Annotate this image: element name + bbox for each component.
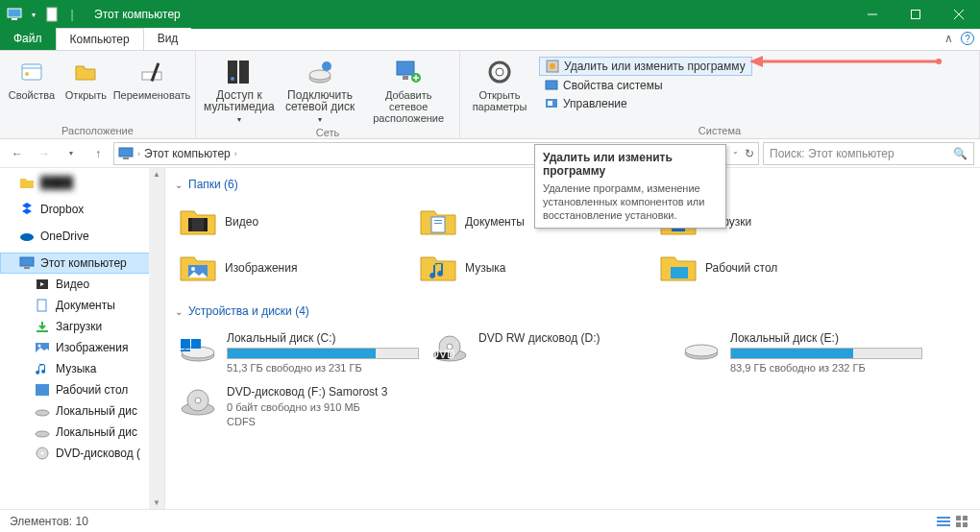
svg-rect-37 bbox=[37, 300, 46, 311]
sidebar-item-label: Документы bbox=[56, 299, 115, 312]
folder-videos[interactable]: Видео bbox=[175, 199, 415, 245]
open-button[interactable]: Открыть bbox=[63, 55, 109, 124]
svg-rect-2 bbox=[47, 8, 57, 21]
svg-rect-47 bbox=[188, 218, 192, 231]
tab-view[interactable]: Вид bbox=[144, 28, 192, 50]
svg-rect-4 bbox=[911, 11, 919, 19]
nav-forward-button[interactable]: → bbox=[33, 142, 56, 165]
drive-dvd-d[interactable]: DVDDVD RW дисковод (D:) bbox=[427, 326, 678, 379]
sidebar-item-blurred[interactable]: ████ bbox=[0, 172, 164, 193]
navigation-pane[interactable]: ▲ ▼ ████DropboxOneDriveЭтот компьютерВид… bbox=[0, 168, 165, 509]
dropbox-icon bbox=[19, 202, 35, 217]
localc-icon bbox=[35, 403, 50, 419]
drives-group-header[interactable]: ⌄ Устройства и диски (4) bbox=[175, 301, 970, 322]
svg-point-67 bbox=[685, 345, 718, 356]
svg-rect-7 bbox=[22, 64, 41, 80]
sidebar-item-onedrive[interactable]: OneDrive bbox=[0, 226, 164, 247]
icons-view-button[interactable] bbox=[955, 515, 970, 528]
open-settings-button[interactable]: Открыть параметры bbox=[466, 55, 533, 124]
svg-rect-24 bbox=[546, 81, 557, 89]
properties-button[interactable]: Свойства bbox=[6, 55, 58, 124]
folder-label: Видео bbox=[225, 215, 258, 229]
tab-file[interactable]: Файл bbox=[0, 28, 56, 50]
chevron-down-icon: ⌄ bbox=[175, 180, 183, 190]
sidebar-item-dvdf[interactable]: DVD-дисковод ( bbox=[0, 443, 164, 464]
drive-c[interactable]: Локальный диск (C:)51,3 ГБ свободно из 2… bbox=[175, 326, 427, 379]
dropdown-icon[interactable]: ▾ bbox=[25, 6, 42, 23]
drive-icon bbox=[179, 331, 217, 366]
chevron-down-icon: ⌄ bbox=[175, 306, 183, 317]
doc-icon[interactable] bbox=[44, 6, 61, 23]
address-dropdown-icon[interactable]: ⌄ bbox=[732, 147, 739, 160]
breadcrumb-separator[interactable]: › bbox=[137, 149, 140, 158]
scrollbar[interactable]: ▲ ▼ bbox=[149, 168, 164, 509]
svg-marker-28 bbox=[749, 56, 763, 67]
search-icon[interactable]: 🔍 bbox=[953, 147, 968, 160]
add-network-location-button[interactable]: Добавить сетевое расположение bbox=[363, 55, 453, 126]
item-count: Элементов: 10 bbox=[10, 515, 88, 528]
nav-back-button[interactable]: ← bbox=[6, 142, 29, 165]
svg-rect-59 bbox=[191, 339, 201, 349]
sidebar-item-thispc[interactable]: Этот компьютер bbox=[0, 253, 164, 274]
drive-icon bbox=[179, 385, 217, 420]
folder-pictures[interactable]: Изображения bbox=[175, 245, 415, 291]
folder-icon bbox=[179, 251, 217, 285]
map-drive-button[interactable]: Подключить сетевой диск ▾ bbox=[282, 55, 358, 126]
uninstall-program-button[interactable]: Удалить или изменить программу bbox=[539, 57, 752, 76]
svg-rect-48 bbox=[204, 218, 208, 231]
maximize-button[interactable] bbox=[894, 0, 937, 29]
svg-point-45 bbox=[41, 452, 44, 455]
tab-computer[interactable]: Компьютер bbox=[56, 28, 144, 50]
folder-desktop[interactable]: Рабочий стол bbox=[655, 245, 895, 291]
minimize-button[interactable] bbox=[850, 0, 894, 29]
rename-button[interactable]: Переименовать bbox=[114, 55, 189, 124]
drive-e[interactable]: Локальный диск (E:)83,9 ГБ свободно из 2… bbox=[678, 326, 930, 379]
search-input[interactable]: Поиск: Этот компьютер 🔍 bbox=[763, 142, 974, 165]
sidebar-item-label: Видео bbox=[56, 278, 89, 291]
close-button[interactable] bbox=[937, 0, 980, 29]
breadcrumb-separator[interactable]: › bbox=[234, 149, 237, 158]
desktop-icon bbox=[35, 382, 50, 398]
svg-rect-76 bbox=[956, 522, 961, 527]
folder-label: Музыка bbox=[465, 261, 505, 275]
sidebar-item-documents[interactable]: Документы bbox=[0, 295, 164, 316]
breadcrumb-item[interactable]: Этот компьютер bbox=[144, 147, 231, 160]
sidebar-item-locale[interactable]: Локальный дис bbox=[0, 422, 164, 443]
svg-point-54 bbox=[191, 267, 195, 271]
sidebar-item-dropbox[interactable]: Dropbox bbox=[0, 199, 164, 220]
media-access-button[interactable]: Доступ к мультимедиа ▾ bbox=[202, 55, 277, 126]
sidebar-item-videos[interactable]: Видео bbox=[0, 274, 164, 295]
svg-point-29 bbox=[936, 59, 942, 64]
map-drive-icon bbox=[305, 57, 335, 87]
sidebar-item-localc[interactable]: Локальный дис bbox=[0, 400, 164, 422]
svg-rect-31 bbox=[123, 157, 129, 159]
svg-rect-49 bbox=[431, 217, 445, 232]
svg-rect-72 bbox=[937, 520, 950, 522]
sidebar-item-downloads[interactable]: Загрузки bbox=[0, 316, 164, 337]
svg-point-16 bbox=[322, 61, 331, 71]
thispc-icon bbox=[19, 255, 35, 271]
window-title: Этот компьютер bbox=[86, 8, 181, 21]
sidebar-item-pictures[interactable]: Изображения bbox=[0, 337, 164, 358]
storage-bar bbox=[227, 348, 419, 359]
tooltip-body: Удаление программ, изменение установленн… bbox=[543, 181, 718, 222]
collapse-ribbon-icon[interactable]: ∧ bbox=[944, 32, 953, 45]
drive-label: DVD-дисковод (F:) Samorost 3 bbox=[227, 385, 387, 399]
folder-music[interactable]: Музыка bbox=[415, 245, 655, 291]
system-properties-button[interactable]: Свойства системы bbox=[539, 77, 752, 94]
svg-rect-0 bbox=[8, 9, 21, 17]
drive-dvd-f[interactable]: DVD-дисковод (F:) Samorost 30 байт свобо… bbox=[175, 379, 427, 433]
pc-icon[interactable] bbox=[6, 6, 23, 23]
details-view-button[interactable] bbox=[936, 515, 951, 528]
svg-rect-34 bbox=[24, 267, 30, 269]
nav-up-button[interactable]: ↑ bbox=[86, 142, 110, 165]
manage-button[interactable]: Управление bbox=[539, 95, 752, 112]
sidebar-item-desktop[interactable]: Рабочий стол bbox=[0, 379, 164, 400]
refresh-button[interactable]: ↻ bbox=[745, 147, 754, 160]
nav-history-dropdown[interactable]: ▾ bbox=[60, 142, 83, 165]
svg-rect-30 bbox=[119, 148, 133, 157]
sidebar-item-label: Изображения bbox=[56, 341, 128, 354]
help-icon[interactable]: ? bbox=[961, 32, 974, 45]
sidebar-item-music[interactable]: Музыка bbox=[0, 358, 164, 379]
main-area: ▲ ▼ ████DropboxOneDriveЭтот компьютерВид… bbox=[0, 168, 980, 509]
